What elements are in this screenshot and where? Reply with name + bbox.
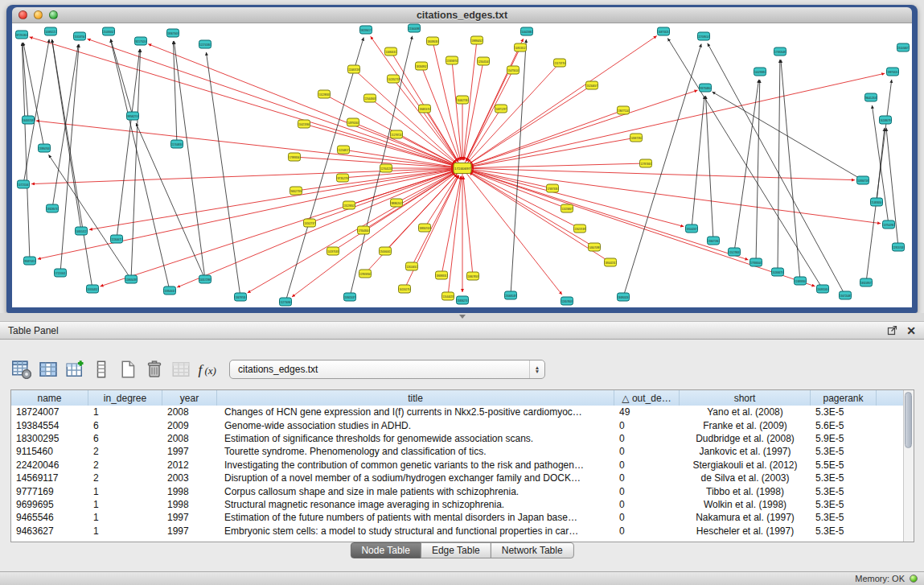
column-header-pagerank[interactable]: pagerank xyxy=(811,390,877,406)
graph-node[interactable]: 15836270 xyxy=(457,296,469,304)
graph-node[interactable]: 23068149 xyxy=(505,291,517,299)
graph-node[interactable]: 20807853 xyxy=(467,272,479,280)
graph-node[interactable]: 21704835 xyxy=(171,140,183,148)
graph-node[interactable]: 12764123 xyxy=(380,164,392,172)
graph-node[interactable]: 13129933 xyxy=(318,90,331,98)
network-graph[interactable]: 1724069718830703988620212764123212787241… xyxy=(12,23,912,307)
function-builder-icon[interactable]: f(x) xyxy=(197,359,218,380)
graph-node[interactable]: 17592648 xyxy=(774,47,786,56)
graph-node[interactable]: 20941537 xyxy=(344,293,356,301)
graph-node[interactable]: 18324957 xyxy=(860,278,873,286)
graph-node[interactable]: 12485930 xyxy=(795,277,807,285)
graph-node[interactable]: 22915743 xyxy=(893,243,905,251)
graph-node[interactable]: 16462735 xyxy=(457,96,469,104)
graph-node[interactable]: 22260672 xyxy=(111,235,123,243)
graph-node[interactable]: 23994763 xyxy=(39,144,51,152)
graph-node[interactable]: 9958274 xyxy=(127,112,139,120)
graph-node[interactable]: 18039035 xyxy=(427,37,439,45)
graph-node[interactable]: 21926974 xyxy=(446,56,458,64)
column-header-short[interactable]: short xyxy=(680,390,811,406)
graph-node[interactable]: 9886202 xyxy=(391,199,403,207)
show-columns-icon[interactable] xyxy=(38,359,59,380)
graph-node[interactable]: 9462735 xyxy=(290,187,302,195)
graph-node[interactable]: 12274185 xyxy=(199,40,211,48)
graph-node[interactable]: 24093165 xyxy=(817,285,829,293)
graph-node[interactable]: 11325867 xyxy=(561,204,573,212)
graph-node[interactable]: 17554300 xyxy=(358,226,370,234)
tab-edge-table[interactable]: Edge Table xyxy=(421,542,491,558)
graph-node[interactable]: 12610651 xyxy=(406,262,418,270)
graph-node[interactable]: 11680531 xyxy=(385,47,397,56)
new-table-icon[interactable] xyxy=(117,359,138,380)
graph-node[interactable]: 21173776 xyxy=(554,59,566,67)
graph-node[interactable]: 25103467 xyxy=(897,43,910,51)
graph-node[interactable]: 18544231 xyxy=(605,258,617,266)
graph-node[interactable]: 14651412 xyxy=(76,227,88,235)
graph-node[interactable]: 16155275 xyxy=(399,285,411,293)
graph-node[interactable]: 14029385 xyxy=(754,68,766,76)
graph-node[interactable]: 10197533 xyxy=(327,247,339,255)
graph-node[interactable]: 18367563 xyxy=(167,29,179,37)
zoom-window-button[interactable] xyxy=(49,10,58,19)
graph-node[interactable]: 19677114 xyxy=(618,106,630,114)
graph-node[interactable]: 25056061 xyxy=(380,247,392,255)
graph-node[interactable]: 19481574 xyxy=(419,105,431,113)
table-row[interactable]: 1830029562008Estimation of significance … xyxy=(11,432,903,445)
column-header-year[interactable]: year xyxy=(162,390,217,406)
graph-node[interactable]: 18698331 xyxy=(436,271,448,279)
graph-node[interactable]: 11273094 xyxy=(280,298,292,306)
graph-node[interactable]: 17999356 xyxy=(289,153,301,161)
column-header-in_degree[interactable]: in_degree xyxy=(88,390,162,406)
graph-node[interactable]: 15318756 xyxy=(74,32,86,40)
delete-table-icon[interactable] xyxy=(144,359,165,380)
graph-node[interactable]: 15234657 xyxy=(586,81,598,89)
graph-node[interactable]: 17936504 xyxy=(750,258,762,266)
graph-node[interactable]: 15672048 xyxy=(840,291,852,299)
graph-node[interactable]: 12787465 xyxy=(640,159,652,167)
graph-node[interactable]: 18490326 xyxy=(618,293,630,301)
table-row[interactable]: 946554611997Estimation of the future num… xyxy=(11,511,903,524)
column-header-title[interactable]: title xyxy=(217,390,614,406)
scrollbar-thumb[interactable] xyxy=(905,392,912,448)
graph-node[interactable]: 11865039 xyxy=(125,275,138,283)
graph-node[interactable]: 12657803 xyxy=(561,297,573,305)
graph-node[interactable]: 21278724 xyxy=(391,130,403,138)
network-window-titlebar[interactable]: citations_edges.txt xyxy=(12,7,912,23)
panel-resize-grip[interactable] xyxy=(459,315,466,319)
graph-node[interactable]: 18184952 xyxy=(416,62,428,70)
graph-node[interactable]: 19104267 xyxy=(686,225,698,233)
graph-node[interactable]: 10936718 xyxy=(857,176,869,184)
graph-node[interactable]: 12504104 xyxy=(478,57,490,65)
graph-node[interactable]: 15475514 xyxy=(507,66,519,74)
graph-node[interactable]: 24587290 xyxy=(630,134,643,142)
panel-resize-handle[interactable] xyxy=(0,313,924,321)
table-row[interactable]: 969969511998Structural magnetic resonanc… xyxy=(11,498,903,511)
graph-node[interactable]: 8725180 xyxy=(16,31,28,39)
graph-node[interactable]: 14976160 xyxy=(347,118,359,126)
graph-node[interactable]: 18235617 xyxy=(360,26,372,34)
table-row[interactable]: 977716911998Corpus callosum shape and si… xyxy=(11,484,903,497)
graph-node[interactable]: 15950532 xyxy=(164,286,176,295)
graph-node[interactable]: 23129352 xyxy=(343,201,355,209)
graph-node[interactable]: 20268473 xyxy=(772,268,784,276)
graph-node[interactable]: 23847196 xyxy=(708,237,720,245)
tab-node-table[interactable]: Node Table xyxy=(350,542,421,558)
minimize-window-button[interactable] xyxy=(34,10,43,19)
import-table-icon[interactable] xyxy=(170,359,191,380)
table-row[interactable]: 1872400712008Changes of HCN gene express… xyxy=(11,406,903,418)
graph-node[interactable]: 9373480 xyxy=(700,84,712,92)
graph-node[interactable]: 16055709 xyxy=(23,116,35,124)
table-row[interactable]: 2242004622012Investigating the contribut… xyxy=(11,459,903,472)
table-row[interactable]: 1938455462009Genome-wide association stu… xyxy=(11,418,903,431)
table-row[interactable]: 1456911722003Disruption of a novel membe… xyxy=(11,472,903,484)
graph-node[interactable]: 10913312 xyxy=(515,43,527,51)
close-panel-icon[interactable]: ✕ xyxy=(906,325,916,336)
row-height-icon[interactable] xyxy=(91,359,112,380)
close-window-button[interactable] xyxy=(18,10,27,19)
column-header-name[interactable]: name xyxy=(11,390,88,406)
graph-node[interactable]: 20530452 xyxy=(87,285,99,293)
table-scrollbar[interactable] xyxy=(903,390,914,542)
graph-node[interactable]: 11234817 xyxy=(338,146,350,154)
graph-node[interactable]: 24317298 xyxy=(199,275,211,283)
graph-node[interactable]: 10442586 xyxy=(521,27,533,35)
